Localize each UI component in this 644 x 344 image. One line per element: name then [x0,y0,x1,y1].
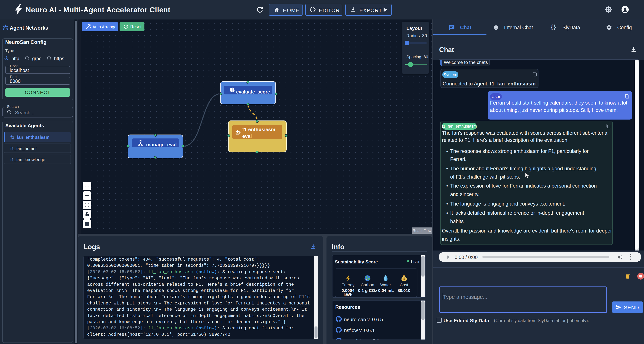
svg-text:$: $ [404,277,405,280]
